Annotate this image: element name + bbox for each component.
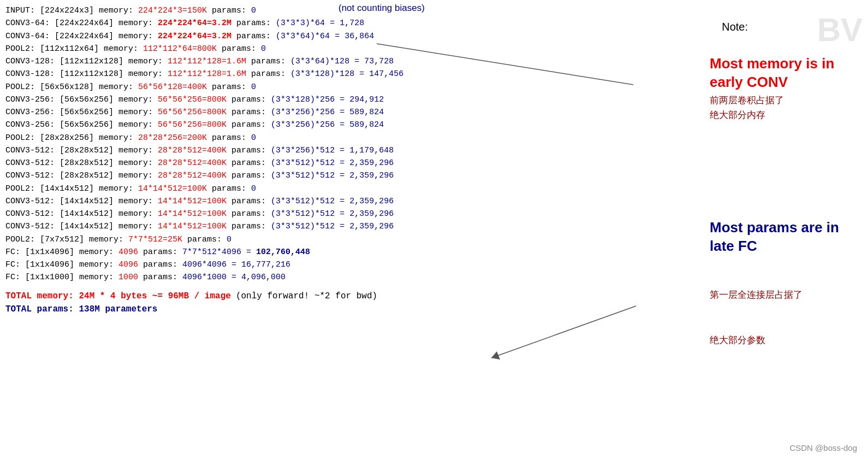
memory-val: 28*28*256=200K	[138, 133, 207, 143]
memory-label: memory:	[114, 209, 158, 219]
memory-val: 14*14*512=100K	[158, 209, 227, 219]
params-label: params:	[207, 133, 251, 143]
table-row: POOL2: [7x7x512] memory: 7*7*512=25K par…	[5, 233, 633, 246]
layer-label: CONV3-512: [28x28x512]	[5, 146, 114, 155]
params-label: params:	[138, 260, 182, 269]
layer-label: CONV3-64: [224x224x64]	[5, 19, 114, 28]
memory-label: memory:	[84, 235, 128, 244]
params-bold-val: 102,760,448	[256, 248, 310, 257]
memory-val: 224*224*64=3.2M	[158, 19, 231, 28]
memory-val: 14*14*512=100K	[158, 222, 227, 231]
memory-label: memory:	[94, 133, 138, 143]
params-val: (3*3*512)*512 = 2,359,296	[271, 171, 394, 180]
memory-val: 56*56*128=400K	[138, 83, 207, 92]
memory-label: memory:	[74, 260, 118, 269]
layer-label: CONV3-256: [56x56x256]	[5, 95, 114, 104]
memory-val: 14*14*512=100K	[138, 184, 207, 193]
params-label: params:	[217, 44, 261, 54]
layer-label: POOL2: [28x28x256]	[5, 133, 94, 143]
memory-val: 224*224*64=3.2M	[158, 32, 231, 41]
params-label: params:	[227, 197, 271, 206]
table-row: CONV3-512: [14x14x512] memory: 14*14*512…	[5, 195, 633, 208]
params-label: params:	[227, 146, 271, 155]
params-val: (3*3*512)*512 = 2,359,296	[271, 209, 394, 219]
layer-label: CONV3-256: [56x56x256]	[5, 108, 114, 117]
memory-val: 28*28*512=400K	[158, 146, 227, 155]
memory-val: 56*56*256=800K	[158, 95, 227, 104]
layer-label: CONV3-512: [28x28x512]	[5, 158, 114, 168]
memory-val: 56*56*256=800K	[158, 120, 227, 130]
table-row: POOL2: [56x56x128] memory: 56*56*128=400…	[5, 81, 633, 93]
params-annotation: Most params are in late FC 第一层全连接层占据了 绝大…	[710, 219, 863, 346]
params-val: (3*3*64)*128 = 73,728	[290, 57, 394, 66]
params-val: 7*7*512*4096 =	[182, 248, 256, 257]
memory-label: memory:	[74, 248, 118, 257]
memory-label: memory:	[123, 69, 168, 79]
params-val: 0	[251, 6, 256, 15]
memory-label: memory:	[114, 222, 158, 231]
table-row: POOL2: [14x14x512] memory: 14*14*512=100…	[5, 183, 633, 195]
total-memory-suffix: (only forward! ~*2 for bwd)	[236, 291, 377, 301]
layer-label: CONV3-256: [56x56x256]	[5, 120, 114, 130]
params-val: 4096*4096 = 16,777,216	[182, 260, 290, 269]
layer-label: CONV3-64: [224x224x64]	[5, 32, 114, 41]
table-row: CONV3-512: [14x14x512] memory: 14*14*512…	[5, 208, 633, 220]
main-content: INPUT: [224x224x3] memory: 224*224*3=150…	[5, 4, 633, 316]
memory-label: memory:	[114, 171, 158, 180]
memory-annotation-title: Most memory is in early CONV	[710, 55, 863, 92]
table-row: CONV3-128: [112x112x128] memory: 112*112…	[5, 55, 633, 68]
note-label: Note:	[722, 21, 748, 33]
memory-label: memory:	[114, 146, 158, 155]
memory-label: memory:	[114, 120, 158, 130]
params-val: (3*3*128)*256 = 294,912	[271, 95, 384, 104]
memory-val: 28*28*512=400K	[158, 171, 227, 180]
params-label: params:	[227, 171, 271, 180]
table-row: POOL2: [112x112x64] memory: 112*112*64=8…	[5, 43, 633, 55]
total-memory-row: TOTAL memory: 24M * 4 bytes ~= 96MB / im…	[5, 290, 633, 303]
params-val: (3*3*512)*512 = 2,359,296	[271, 222, 394, 231]
params-val: 0	[251, 133, 256, 143]
params-label: params:	[207, 83, 251, 92]
params-label: params:	[227, 108, 271, 117]
table-row: CONV3-512: [14x14x512] memory: 14*14*512…	[5, 220, 633, 233]
memory-label: memory:	[123, 57, 168, 66]
params-label: params:	[138, 273, 182, 282]
svg-marker-2	[491, 351, 500, 360]
params-label: params:	[231, 32, 276, 41]
memory-val: 112*112*128=1.6M	[168, 57, 246, 66]
memory-label: memory:	[114, 158, 158, 168]
layer-label: POOL2: [112x112x64]	[5, 44, 99, 54]
memory-label: memory:	[94, 6, 138, 15]
layer-label: POOL2: [56x56x128]	[5, 83, 94, 92]
memory-val: 28*28*512=400K	[158, 158, 227, 168]
params-val: 0	[227, 235, 231, 244]
table-row: FC: [1x1x4096] memory: 4096 params: 7*7*…	[5, 246, 633, 258]
params-val: 0	[261, 44, 266, 54]
layer-label: FC: [1x1x4096]	[5, 248, 74, 257]
layer-label: POOL2: [14x14x512]	[5, 184, 94, 193]
memory-label: memory:	[94, 184, 138, 193]
params-label: params:	[227, 222, 271, 231]
params-val: (3*3*256)*256 = 589,824	[271, 120, 384, 130]
memory-val: 224*224*3=150K	[138, 6, 207, 15]
layer-label: CONV3-512: [28x28x512]	[5, 171, 114, 180]
params-label: params:	[138, 248, 182, 257]
params-val: (3*3*128)*128 = 147,456	[290, 69, 403, 79]
layer-label: FC: [1x1x4096]	[5, 260, 74, 269]
params-val: (3*3*256)*256 = 589,824	[271, 108, 384, 117]
memory-val: 112*112*64=800K	[143, 44, 217, 54]
params-label: params:	[246, 69, 290, 79]
table-row: CONV3-64: [224x224x64] memory: 224*224*6…	[5, 17, 633, 30]
table-row: CONV3-256: [56x56x256] memory: 56*56*256…	[5, 93, 633, 106]
layer-label: CONV3-512: [14x14x512]	[5, 197, 114, 206]
total-params-row: TOTAL params: 138M parameters	[5, 303, 633, 316]
params-val: (3*3*3)*64 = 1,728	[276, 19, 364, 28]
memory-annotation-chinese1: 前两层卷积占据了	[710, 94, 863, 107]
total-params: TOTAL params: 138M parameters	[5, 304, 157, 314]
memory-annotation-chinese2: 绝大部分内存	[710, 109, 863, 121]
memory-val: 4096	[118, 248, 138, 257]
memory-val: 4096	[118, 260, 138, 269]
params-val: (3*3*64)*64 = 36,864	[276, 32, 374, 41]
params-label: params:	[227, 209, 271, 219]
params-label: params:	[227, 158, 271, 168]
